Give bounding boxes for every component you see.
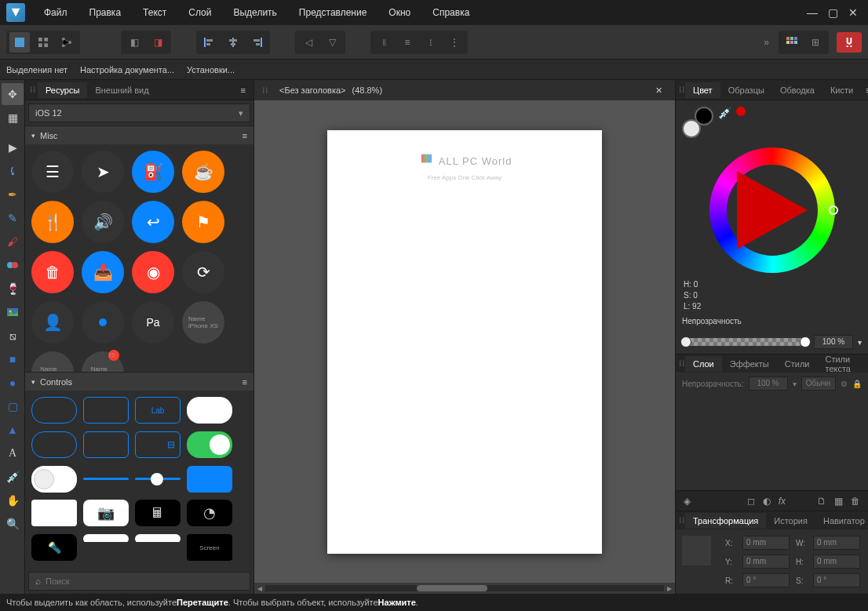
ctrl-stepper[interactable]: ⊟ (135, 431, 181, 458)
document-tab[interactable]: <Без заголовка> (48.8%) (270, 82, 392, 98)
brush-tool-icon[interactable]: 🖌 (2, 231, 24, 253)
scroll-left-icon[interactable]: ◂ (254, 583, 265, 594)
tab-layers[interactable]: Слои (685, 356, 722, 372)
delete-layer-icon[interactable]: 🗑 (851, 496, 860, 507)
sampled-color-icon[interactable] (736, 107, 746, 116)
menu-view[interactable]: Представление (290, 2, 377, 23)
ctrl-slider-track[interactable] (83, 478, 129, 480)
opacity-slider[interactable] (682, 338, 809, 346)
layers-stack-icon[interactable]: ◈ (684, 496, 691, 507)
asset-avatar-icon[interactable]: 👤 (31, 301, 74, 344)
rectangle-tool-icon[interactable]: ■ (2, 348, 24, 370)
asset-archive-icon[interactable]: 📥 (82, 251, 124, 293)
doc-drag-handle-icon[interactable]: ⁞⁞ (261, 85, 270, 96)
search-input[interactable] (46, 576, 243, 586)
preferences-link[interactable]: Установки... (187, 65, 235, 75)
grid-icon[interactable] (782, 32, 802, 53)
space-v-icon[interactable]: ⋮ (444, 32, 465, 53)
ctrl-camera-icon[interactable]: 📷 (83, 500, 129, 526)
layer-opacity-value[interactable]: 100 % (749, 376, 788, 391)
distribute-h-icon[interactable]: ⫴ (374, 32, 394, 53)
document-close-icon[interactable]: ✕ (649, 85, 669, 96)
asset-iphone-xs-icon[interactable]: NameiPhone XS (182, 301, 224, 344)
asset-sound-icon[interactable]: 🔊 (82, 201, 124, 243)
ctrl-switch-on[interactable] (187, 431, 232, 458)
artboard-tool-icon[interactable]: ▦ (2, 107, 24, 129)
anchor-point-widget[interactable] (682, 536, 711, 566)
asset-record-icon[interactable] (82, 301, 124, 344)
triangle-tool-icon[interactable]: ▲ (2, 419, 24, 441)
rounded-rect-tool-icon[interactable]: ▢ (2, 395, 24, 417)
panel-drag-handle-icon[interactable]: ⁞⁞ (28, 85, 38, 95)
ctrl-calculator-icon[interactable]: 🖩 (135, 500, 181, 526)
align-right-icon[interactable] (246, 32, 267, 53)
horizontal-scrollbar[interactable]: ◂ ▸ (254, 583, 675, 594)
asset-list-icon[interactable]: ☰ (31, 151, 74, 193)
asset-reply-icon[interactable]: ↩ (132, 201, 174, 243)
menu-window[interactable]: Окно (379, 2, 420, 23)
ctrl-button-filled[interactable] (187, 466, 232, 493)
ctrl-label-button[interactable]: Lab (135, 397, 181, 424)
tab-brushes[interactable]: Кисти (822, 82, 861, 98)
ctrl-card-icon[interactable] (31, 500, 77, 526)
hand-tool-icon[interactable]: ✋ (2, 489, 24, 511)
add-layer-icon[interactable]: 🗋 (817, 496, 826, 507)
tab-swatches[interactable]: Образцы (720, 82, 772, 98)
ctrl-bar-1[interactable] (83, 534, 129, 544)
menu-edit[interactable]: Правка (80, 2, 131, 23)
pencil-tool-icon[interactable]: ✎ (2, 207, 24, 229)
eyedropper-icon[interactable]: 💉 (718, 107, 731, 119)
place-image-tool-icon[interactable] (2, 301, 24, 323)
adjustment-icon[interactable]: ◐ (763, 496, 771, 507)
canvas-viewport[interactable]: ALL PC World Free Apps One Click Away (254, 100, 675, 583)
ctrl-switch-off[interactable] (31, 466, 77, 493)
ctrl-bar-2[interactable] (135, 534, 181, 544)
fill-swatch[interactable] (682, 119, 701, 138)
ctrl-screen-icon[interactable]: Screen (187, 534, 232, 561)
asset-location-arrow-icon[interactable]: ➤ (82, 151, 124, 193)
toolbar-overflow[interactable]: » (759, 37, 774, 48)
ctrl-flashlight-icon[interactable]: 🔦 (31, 534, 77, 561)
arrange-back-icon[interactable]: ◧ (124, 32, 144, 53)
zoom-tool-icon[interactable]: 🔍 (2, 513, 24, 535)
tab-stroke[interactable]: Обводка (772, 82, 822, 98)
tab-color[interactable]: Цвет (685, 82, 720, 98)
eyedropper-tool-icon[interactable]: 💉 (2, 466, 24, 488)
asset-apple-pay-icon[interactable]: Pa (132, 301, 174, 344)
tab-assets[interactable]: Ресурсы (38, 82, 87, 98)
scroll-right-icon[interactable]: ▸ (664, 583, 675, 594)
hue-marker[interactable] (829, 205, 838, 215)
ctrl-pill-outline-2[interactable] (31, 431, 77, 458)
transform-y[interactable]: 0 mm (742, 555, 790, 569)
text-tool-icon[interactable]: A (2, 442, 24, 464)
space-h-icon[interactable]: ⫶ (421, 32, 441, 53)
asset-fuel-icon[interactable]: ⛽ (132, 151, 174, 193)
section-misc-header[interactable]: ▾Misc≡ (25, 125, 253, 144)
ctrl-timer-icon[interactable]: ◔ (187, 500, 232, 526)
asset-food-icon[interactable]: 🍴 (31, 201, 74, 243)
minimize-button[interactable]: — (807, 7, 818, 18)
arrange-front-icon[interactable]: ◨ (148, 32, 168, 53)
flip-h-icon[interactable]: ◁ (298, 32, 319, 53)
transparency-tool-icon[interactable]: 🍷 (2, 278, 24, 300)
move-tool-icon[interactable]: ✥ (2, 83, 24, 105)
menu-help[interactable]: Справка (423, 2, 479, 23)
tab-effects[interactable]: Эффекты (722, 356, 777, 372)
color-panel-menu-icon[interactable]: ≡ (861, 85, 868, 95)
layer-settings-icon[interactable]: ⚙ (841, 380, 848, 388)
tab-styles[interactable]: Стили (777, 356, 818, 372)
color-panel-handle-icon[interactable]: ⁞⁞ (679, 85, 685, 95)
opacity-dropdown-icon[interactable]: ▾ (858, 338, 862, 347)
color-wheel[interactable] (709, 147, 835, 273)
transform-h[interactable]: 0 mm (813, 555, 860, 569)
asset-flag-icon[interactable]: ⚑ (182, 201, 224, 243)
close-button[interactable]: ✕ (848, 7, 859, 18)
transform-s[interactable]: 0 ° (813, 573, 860, 587)
distribute-v-icon[interactable]: ≡ (397, 32, 418, 53)
pen-tool-icon[interactable]: ✒ (2, 184, 24, 205)
transform-w[interactable]: 0 mm (813, 536, 860, 550)
document-setup-link[interactable]: Настройка документа... (80, 65, 174, 75)
persona-pixel-icon[interactable] (33, 32, 53, 53)
tab-navigator[interactable]: Навигатор (815, 513, 868, 529)
snap-toggle[interactable] (837, 32, 862, 53)
